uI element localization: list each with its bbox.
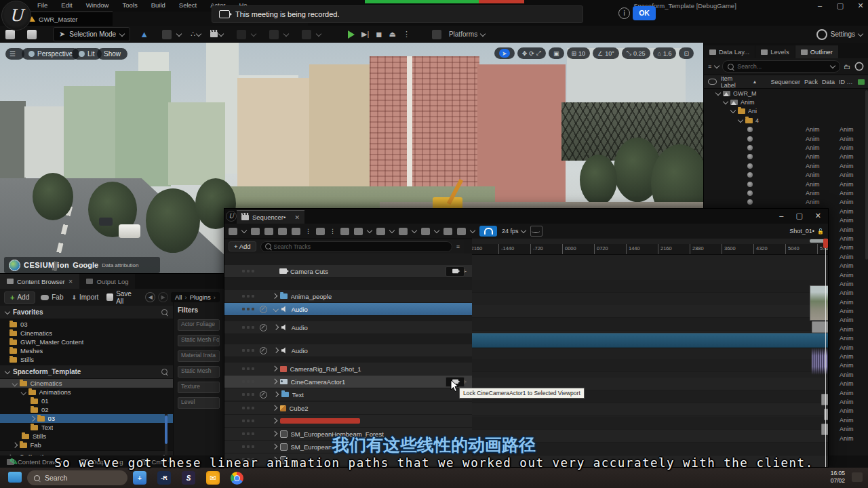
track-audio[interactable]: Audio — [224, 321, 472, 334]
track-audio[interactable]: Audio — [224, 344, 472, 357]
track-cinecameraactor1[interactable]: CineCameraActor1+ — [224, 375, 472, 388]
snap-magnet-icon[interactable] — [479, 226, 497, 237]
perspective-dropdown[interactable]: Perspective — [22, 48, 79, 60]
selected-audio-lane[interactable] — [472, 333, 828, 348]
render-movie-icon[interactable] — [292, 228, 300, 235]
volumes-dropdown[interactable] — [233, 30, 256, 39]
track-redacted[interactable] — [224, 415, 472, 428]
section-bar-cine-camera[interactable] — [824, 409, 828, 420]
project-section-header[interactable]: Spaceform_Template — [0, 365, 173, 378]
menu-item-file[interactable]: File — [31, 1, 54, 9]
outliner-tree-row[interactable]: 4 — [704, 116, 868, 125]
expand-icon[interactable] — [272, 379, 277, 384]
outliner-tree-row[interactable]: GWR_M — [704, 89, 868, 98]
save-icon[interactable] — [251, 228, 260, 235]
sequencer-titlebar[interactable]: U Sequencer• ✕ – ▢ ✕ — [224, 209, 828, 224]
back-button[interactable]: ◀ — [145, 292, 155, 302]
rotation-snap[interactable]: ∠10° — [593, 47, 619, 59]
expand-icon[interactable] — [272, 366, 277, 371]
taskbar-clock[interactable]: 16:05 07/02 — [831, 470, 845, 485]
tab-levels[interactable]: Levels — [755, 45, 794, 58]
column-pack[interactable]: Pack — [804, 79, 818, 85]
timeline-lane[interactable] — [472, 318, 828, 331]
timeline-lane[interactable] — [472, 305, 828, 318]
actor-sequence-icon[interactable] — [340, 228, 349, 235]
outliner-scrollbar[interactable] — [865, 90, 868, 260]
keyframe-icon[interactable] — [399, 228, 408, 235]
outliner-search-input[interactable]: Search... — [722, 60, 840, 73]
maximize-viewport-icon[interactable]: ⊡ — [679, 47, 694, 59]
camera-speed[interactable]: ⌂1.6 — [653, 47, 677, 59]
outliner-tree-row[interactable]: Anim — [704, 98, 868, 106]
forward-button[interactable]: ▶ — [158, 292, 168, 302]
scale-snap[interactable]: ⤡0.25 — [622, 47, 650, 59]
modes-dropdown[interactable]: ∴ — [191, 30, 201, 39]
visibility-column-icon[interactable] — [708, 79, 717, 85]
track-audio[interactable]: Audio — [224, 303, 472, 316]
project-folder-cinematics[interactable]: Cinematics — [0, 379, 173, 388]
filter-static-mesh[interactable]: Static Mesh — [178, 366, 220, 378]
frame-skip-button[interactable]: ▶| — [361, 30, 369, 39]
close-tab-icon[interactable]: ✕ — [68, 279, 73, 285]
save-icon[interactable] — [5, 30, 15, 39]
blueprint-button[interactable]: ▲ — [140, 29, 149, 39]
tab-gwr-master[interactable]: GWR_Master — [23, 12, 113, 26]
tab-content-browser[interactable]: Content Browser ✕ — [0, 274, 79, 289]
playhead-marker[interactable] — [823, 239, 828, 248]
timeline-lane[interactable] — [472, 417, 828, 430]
column-sequencer[interactable]: Sequencer — [770, 79, 800, 85]
track-text[interactable]: Text — [224, 388, 472, 401]
import-button[interactable]: ⬇Import — [68, 292, 101, 302]
notification-center-icon[interactable] — [852, 472, 863, 482]
expand-icon[interactable] — [715, 89, 721, 95]
taskbar-search-input[interactable]: Search — [27, 470, 127, 485]
stop-button[interactable]: ◼ — [376, 30, 382, 39]
expand-icon[interactable] — [730, 108, 736, 113]
column-data[interactable]: Data — [822, 79, 835, 85]
maximize-button[interactable]: ▢ — [835, 1, 845, 10]
expand-icon[interactable] — [30, 416, 35, 422]
curve-editor-icon[interactable] — [530, 226, 542, 237]
s-app-icon[interactable]: S — [182, 471, 195, 485]
expand-icon[interactable] — [738, 117, 743, 123]
save-all-button[interactable]: Save All — [104, 289, 142, 306]
track-search-input[interactable]: Search Tracks — [260, 241, 452, 252]
sequencer-tab[interactable]: Sequencer• ✕ — [237, 210, 304, 224]
close-button[interactable]: ✕ — [815, 211, 821, 220]
grid-snap[interactable]: ⊞10 — [567, 47, 591, 59]
outliner-item-row[interactable]: AnimAnim — [704, 152, 868, 161]
outliner-item-row[interactable]: AnimAnim — [704, 198, 868, 207]
menu-item-build[interactable]: Build — [145, 1, 172, 9]
ok-button[interactable]: OK — [633, 6, 656, 20]
content-browser-icon[interactable] — [27, 30, 37, 39]
tab-output-log[interactable]: Output Log — [79, 274, 135, 289]
filter-actor-foliage[interactable]: Actor Foliage — [178, 319, 220, 331]
expand-icon[interactable] — [273, 348, 279, 353]
close-tab-icon[interactable]: ✕ — [294, 214, 300, 221]
sequencer-timeline[interactable]: -2160-1440-72000000720144021602880360043… — [472, 239, 828, 467]
surface-snap-icon[interactable]: ▣ — [549, 47, 564, 59]
move-rotate-scale-tools[interactable]: ✥⟳⤢ — [517, 47, 546, 59]
add-actor-dropdown[interactable] — [158, 30, 181, 39]
expand-icon[interactable] — [273, 325, 279, 330]
landscape-dropdown[interactable] — [265, 30, 288, 39]
close-button[interactable]: ✕ — [856, 1, 865, 10]
track-camerarig-rail-shot-1[interactable]: CameraRig_Rail_Shot_1 — [224, 363, 472, 375]
search-icon[interactable] — [161, 369, 167, 375]
add-button[interactable]: +Add — [4, 291, 35, 304]
project-folder-03[interactable]: 03 — [0, 414, 173, 423]
snipping-tool-icon[interactable]: + — [133, 471, 146, 485]
menu-item-tools[interactable]: Tools — [116, 1, 143, 9]
track-camera-cuts[interactable]: Camera Cuts+ — [224, 265, 472, 278]
add-track-button[interactable]: + Add — [229, 241, 256, 251]
outliner-item-row[interactable]: AnimAnim — [704, 171, 868, 180]
favorite-folder-gwr-master-content[interactable]: GWR_Master Content — [0, 338, 173, 346]
outliner-item-row[interactable]: AnimAnim — [704, 188, 868, 197]
project-folder-text[interactable]: Text — [0, 423, 173, 432]
expand-icon[interactable] — [723, 99, 728, 104]
tab-outliner[interactable]: Outliner — [795, 45, 838, 58]
expand-icon[interactable] — [272, 293, 277, 299]
favorite-folder-03[interactable]: 03 — [0, 320, 173, 329]
track-anima-people[interactable]: Anima_people — [224, 290, 472, 303]
camera-add-icon[interactable] — [278, 228, 287, 235]
